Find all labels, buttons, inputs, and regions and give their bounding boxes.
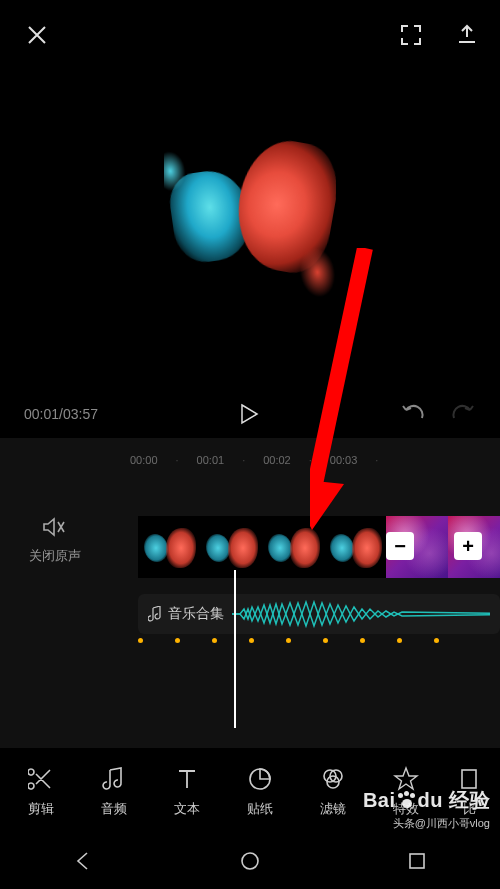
watermark-author: 头条@川西小哥vlog <box>363 816 490 831</box>
playhead[interactable] <box>234 570 236 728</box>
time-ruler: 00:00· 00:01· 00:02· 00:03· <box>0 448 500 472</box>
tool-audio[interactable]: 音频 <box>83 766 145 818</box>
system-nav-bar <box>0 833 500 889</box>
video-preview[interactable] <box>0 70 500 390</box>
tool-filter[interactable]: 滤镜 <box>302 766 364 818</box>
fullscreen-icon[interactable] <box>400 24 422 46</box>
total-time: 03:57 <box>63 406 98 422</box>
waveform <box>232 599 490 629</box>
music-note-icon <box>101 766 127 792</box>
add-clip-button[interactable]: + <box>454 532 482 560</box>
export-icon[interactable] <box>456 24 478 46</box>
tool-cut[interactable]: 剪辑 <box>10 766 72 818</box>
clip-thumb[interactable] <box>138 516 200 578</box>
video-track[interactable] <box>138 516 500 578</box>
beat-markers <box>138 638 439 643</box>
filter-icon <box>320 766 346 792</box>
clip-thumb[interactable] <box>262 516 324 578</box>
audio-track[interactable]: 音乐合集 <box>138 594 500 634</box>
remove-clip-button[interactable]: − <box>386 532 414 560</box>
svg-rect-6 <box>410 854 424 868</box>
time-display: 00:01/03:57 <box>24 406 98 422</box>
paw-icon <box>398 793 416 809</box>
tool-sticker[interactable]: 贴纸 <box>229 766 291 818</box>
music-note-icon <box>148 606 162 622</box>
svg-point-5 <box>242 853 258 869</box>
tool-text[interactable]: 文本 <box>156 766 218 818</box>
audio-track-label: 音乐合集 <box>168 605 224 623</box>
close-icon[interactable] <box>26 24 48 46</box>
text-icon <box>174 766 200 792</box>
mute-original-audio[interactable]: 关闭原声 <box>0 516 110 565</box>
nav-recent-icon[interactable] <box>406 850 428 872</box>
clip-thumb[interactable] <box>200 516 262 578</box>
mute-label: 关闭原声 <box>0 547 110 565</box>
current-time: 00:01 <box>24 406 59 422</box>
redo-icon <box>450 404 476 424</box>
play-icon[interactable] <box>239 403 259 425</box>
watermark: Baidu 经验 头条@川西小哥vlog <box>363 787 490 831</box>
svg-rect-4 <box>462 770 476 788</box>
undo-icon[interactable] <box>400 404 426 424</box>
scissors-icon <box>28 766 54 792</box>
nav-back-icon[interactable] <box>72 850 94 872</box>
clip-thumb[interactable] <box>324 516 386 578</box>
sticker-icon <box>247 766 273 792</box>
timeline[interactable]: 00:00· 00:01· 00:02· 00:03· 关闭原声 − + 音乐合… <box>0 438 500 748</box>
nav-home-icon[interactable] <box>239 850 261 872</box>
